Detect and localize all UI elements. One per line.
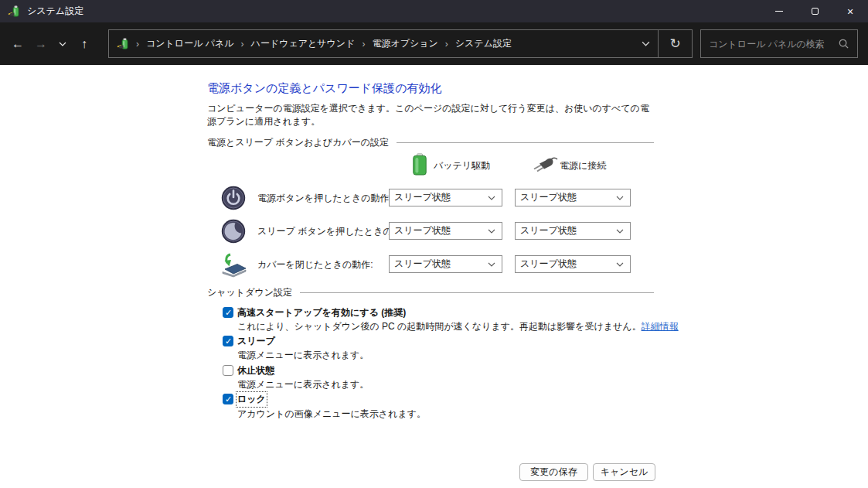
recent-pages-button[interactable]: [53, 32, 73, 56]
breadcrumb-power-options[interactable]: 電源オプション: [372, 37, 437, 50]
sleep-checkbox[interactable]: [223, 336, 233, 346]
close-button[interactable]: ×: [832, 0, 868, 22]
section-divider: [300, 292, 654, 293]
more-info-link[interactable]: 詳細情報: [642, 321, 679, 332]
minimize-icon: [775, 11, 783, 12]
fast-startup-description: これにより、シャットダウン後の PC の起動時間が速くなります。再起動は影響を受…: [237, 320, 679, 333]
chevron-down-icon: [488, 262, 495, 267]
power-options-breadcrumb-icon: [117, 38, 129, 50]
back-button[interactable]: ←: [6, 32, 29, 56]
address-dropdown-button[interactable]: [642, 41, 650, 46]
breadcrumb-system-settings[interactable]: システム設定: [455, 37, 512, 50]
chevron-down-icon: [488, 196, 495, 200]
breadcrumb-control-panel[interactable]: コントロール パネル: [146, 37, 234, 50]
fast-startup-label[interactable]: 高速スタートアップを有効にする (推奨): [237, 306, 406, 319]
fast-startup-checkbox[interactable]: [223, 307, 233, 318]
cancel-button[interactable]: キャンセル: [593, 463, 655, 481]
system-settings-window: システム設定 × ← → ↑ › コントロール パネル: [0, 0, 868, 488]
search-icon: [838, 38, 849, 49]
select-value: スリープ状態: [520, 191, 577, 204]
power-button-icon: [221, 186, 246, 210]
chevron-down-icon: [59, 42, 66, 46]
nav-buttons: ← → ↑: [6, 22, 96, 65]
power-button-row-label: 電源ボタンを押したときの動作:: [257, 192, 392, 205]
fast-startup-description-text: これにより、シャットダウン後の PC の起動時間が速くなります。再起動は影響を受…: [237, 321, 642, 332]
chevron-down-icon: [616, 262, 624, 267]
forward-icon: →: [35, 37, 47, 51]
crumb-separator: ›: [136, 39, 139, 49]
section-divider: [397, 142, 654, 143]
select-value: スリープ状態: [394, 258, 451, 271]
sleep-description: 電源メニューに表示されます。: [237, 349, 369, 362]
select-value: スリープ状態: [394, 224, 451, 237]
sleep-button-battery-select[interactable]: スリープ状態: [389, 222, 502, 240]
shutdown-section-title: シャットダウン設定: [207, 286, 292, 299]
refresh-icon: ↻: [669, 36, 680, 52]
lid-close-battery-select[interactable]: スリープ状態: [389, 255, 502, 273]
close-icon: ×: [847, 6, 853, 17]
search-box: [700, 29, 858, 58]
chevron-down-icon: [616, 229, 624, 234]
shutdown-section-header: シャットダウン設定: [207, 286, 654, 299]
power-section-header: 電源とスリープ ボタンおよびカバーの設定: [207, 136, 654, 149]
hibernate-description: 電源メニューに表示されます。: [237, 378, 369, 391]
save-changes-button[interactable]: 変更の保存: [519, 463, 588, 481]
chevron-down-icon: [642, 41, 650, 46]
minimize-button[interactable]: [761, 0, 797, 22]
select-value: スリープ状態: [520, 224, 577, 237]
chevron-down-icon: [616, 196, 624, 200]
navigation-bar: ← → ↑ › コントロール パネル › ハードウェアとサウンド › 電源オプシ…: [0, 22, 868, 65]
battery-column-header: バッテリ駆動: [434, 159, 490, 172]
sleep-button-plugged-select[interactable]: スリープ状態: [515, 222, 631, 240]
page-title: 電源ボタンの定義とパスワード保護の有効化: [207, 81, 442, 96]
forward-button[interactable]: →: [29, 32, 53, 56]
sleep-label[interactable]: スリープ: [237, 335, 275, 348]
lock-description: アカウントの画像メニューに表示されます。: [237, 408, 426, 421]
crumb-separator: ›: [445, 39, 448, 49]
power-button-battery-select[interactable]: スリープ状態: [389, 189, 502, 206]
power-section-title: 電源とスリープ ボタンおよびカバーの設定: [207, 136, 389, 149]
breadcrumb-hardware-and-sound[interactable]: ハードウェアとサウンド: [251, 37, 356, 50]
search-input[interactable]: [701, 39, 838, 49]
crumb-separator: ›: [241, 39, 244, 49]
maximize-icon: [812, 8, 819, 15]
sleep-button-icon: [221, 219, 246, 244]
crumb-separator: ›: [362, 39, 365, 49]
power-button-plugged-select[interactable]: スリープ状態: [515, 189, 631, 206]
hibernate-label[interactable]: 休止状態: [237, 364, 274, 377]
lock-checkbox[interactable]: [223, 394, 233, 404]
select-value: スリープ状態: [520, 258, 577, 271]
up-icon: ↑: [81, 37, 87, 51]
lid-close-icon: [220, 252, 247, 278]
battery-icon: [413, 153, 427, 176]
address-bar[interactable]: › コントロール パネル › ハードウェアとサウンド › 電源オプション › シ…: [108, 29, 659, 58]
title-bar: システム設定 ×: [0, 0, 868, 22]
page-description: コンピューターの電源設定を選択できます。このページの設定に対して行う変更は、お使…: [207, 102, 657, 128]
window-controls: ×: [761, 0, 868, 22]
hibernate-checkbox[interactable]: [223, 365, 233, 376]
plugged-column-header: 電源に接続: [560, 159, 606, 172]
select-value: スリープ状態: [394, 191, 451, 204]
plug-icon: [532, 157, 558, 172]
page-content: 電源ボタンの定義とパスワード保護の有効化 コンピューターの電源設定を選択できます…: [0, 65, 868, 488]
maximize-button[interactable]: [797, 0, 832, 22]
lid-close-row-label: カバーを閉じたときの動作:: [257, 258, 373, 271]
lid-close-plugged-select[interactable]: スリープ状態: [515, 255, 631, 273]
window-title: システム設定: [27, 5, 83, 18]
chevron-down-icon: [488, 229, 495, 234]
up-button[interactable]: ↑: [73, 32, 96, 56]
refresh-button[interactable]: ↻: [659, 29, 693, 58]
back-icon: ←: [12, 37, 24, 51]
lock-label[interactable]: ロック: [237, 393, 266, 406]
power-options-app-icon: [8, 5, 20, 18]
